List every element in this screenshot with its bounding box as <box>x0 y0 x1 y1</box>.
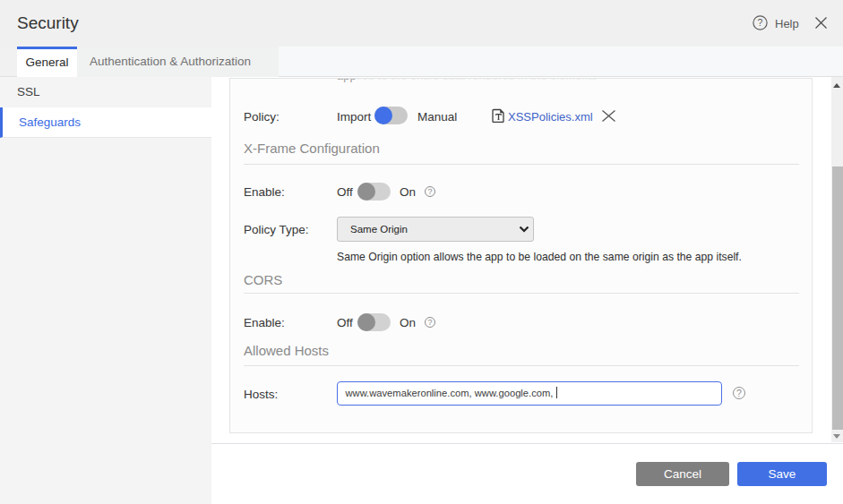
svg-text:?: ? <box>758 17 763 28</box>
